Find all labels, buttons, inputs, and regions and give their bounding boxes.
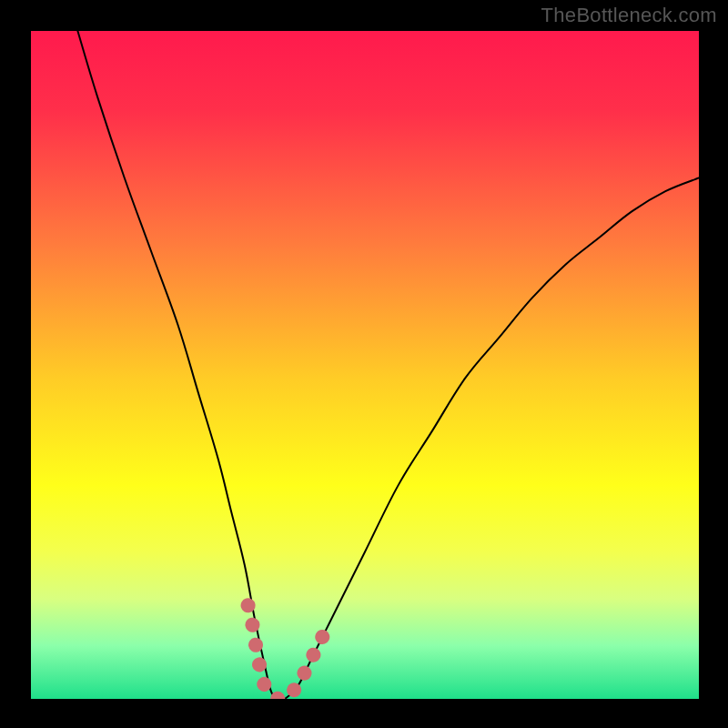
chart-container: TheBottleneck.com bbox=[0, 0, 728, 728]
plot-background bbox=[31, 31, 699, 699]
watermark-text: TheBottleneck.com bbox=[541, 4, 717, 27]
bottleneck-chart bbox=[0, 0, 728, 728]
